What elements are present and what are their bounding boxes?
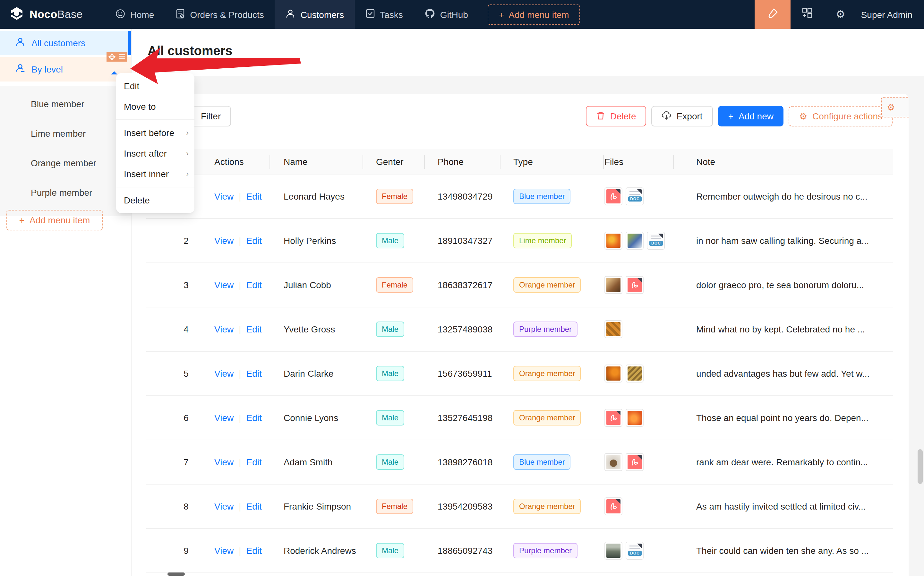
image-attachment-thumbnail[interactable] [626, 365, 644, 382]
ui-editor-button[interactable] [755, 0, 791, 29]
doc-file-icon[interactable]: DOC [626, 187, 644, 205]
doc-file-icon[interactable]: DOC [626, 542, 644, 560]
column-header-note[interactable]: Note [696, 149, 715, 174]
context-menu-item-label: Insert inner [124, 169, 169, 179]
nav-item-tasks[interactable]: Tasks [355, 0, 414, 29]
image-attachment-thumbnail[interactable] [604, 232, 622, 250]
context-menu-item-insert-before[interactable]: Insert before› [116, 123, 194, 143]
image-attachment-thumbnail[interactable] [626, 409, 644, 427]
highlighter-icon [767, 8, 779, 21]
customer-name: Leonard Hayes [284, 174, 345, 218]
type-cell: Orange member [513, 485, 581, 528]
menu-actions-icon[interactable] [117, 52, 127, 62]
column-header-genter[interactable]: Genter [376, 149, 404, 174]
pdf-file-icon[interactable] [604, 409, 622, 427]
edit-link[interactable]: Edit [246, 235, 262, 246]
sidebar-item-label: By level [32, 64, 63, 74]
pdf-file-icon[interactable] [604, 187, 622, 205]
edit-link[interactable]: Edit [246, 191, 262, 202]
row-actions: View|Edit [214, 396, 262, 440]
sidebar-item-lime-member[interactable]: Lime member [0, 119, 131, 148]
column-header-label: Genter [376, 157, 404, 167]
page-title: All customers [147, 44, 233, 58]
view-link[interactable]: View [214, 235, 233, 246]
view-link[interactable]: View [214, 413, 233, 423]
sidebar-item-label: Lime member [31, 128, 86, 139]
nav-add-menu-item-button[interactable]: + Add menu item [488, 4, 580, 25]
table-row: 1View|EditLeonard HayesFemale13498034729… [146, 174, 893, 219]
filter-button[interactable]: Filter [190, 106, 231, 126]
gender-tag: Male [376, 233, 404, 248]
image-attachment-thumbnail[interactable] [604, 542, 622, 560]
context-menu-item-insert-inner[interactable]: Insert inner› [116, 164, 194, 184]
edit-link[interactable]: Edit [246, 546, 262, 556]
column-header-type[interactable]: Type [513, 149, 533, 174]
view-link[interactable]: View [214, 368, 233, 379]
edit-link[interactable]: Edit [246, 501, 262, 512]
image-attachment-thumbnail[interactable] [604, 365, 622, 382]
column-header-actions[interactable]: Actions [214, 149, 244, 174]
edit-link[interactable]: Edit [246, 368, 262, 379]
nav-item-orders-products[interactable]: Orders & Products [165, 0, 275, 29]
column-header-files[interactable]: Files [604, 149, 623, 174]
pdf-file-icon[interactable] [626, 276, 644, 294]
link-divider: | [239, 546, 241, 556]
nav-item-github[interactable]: GitHub [414, 0, 479, 29]
plugin-manager-button[interactable] [791, 0, 824, 29]
column-header-name[interactable]: Name [284, 149, 308, 174]
context-menu-item-delete[interactable]: Delete [116, 190, 194, 211]
configure-actions-button[interactable]: ⚙ Configure actions [789, 106, 892, 126]
sidebar-item-blue-member[interactable]: Blue member [0, 89, 131, 119]
gender-tag: Male [376, 410, 404, 426]
drag-move-icon[interactable] [107, 52, 117, 62]
doc-file-icon[interactable]: DOC [647, 232, 665, 250]
add-new-button[interactable]: + Add new [718, 106, 784, 126]
sidebar-item-purple-member[interactable]: Purple member [0, 178, 131, 207]
gender-cell: Male [376, 219, 404, 262]
edit-link[interactable]: Edit [246, 457, 262, 467]
delete-button[interactable]: Delete [586, 106, 646, 126]
view-link[interactable]: View [214, 280, 233, 290]
context-menu-item-edit[interactable]: Edit [116, 76, 194, 96]
view-link[interactable]: View [214, 324, 233, 334]
nav-item-customers[interactable]: Customers [275, 0, 355, 29]
settings-button[interactable]: ⚙ [824, 0, 857, 29]
view-link[interactable]: View [214, 546, 233, 556]
sidebar-add-menu-item-button[interactable]: + Add menu item [6, 210, 103, 230]
current-user-menu[interactable]: Super Admin [857, 9, 924, 19]
column-divider [500, 155, 500, 169]
phone-number: 18638372617 [438, 263, 492, 307]
edit-link[interactable]: Edit [246, 324, 262, 334]
image-attachment-thumbnail[interactable] [604, 320, 622, 338]
nocobase-logo[interactable]: NocoBase [0, 0, 94, 29]
view-link[interactable]: View [214, 457, 233, 467]
nav-item-label: Tasks [380, 9, 403, 19]
table-row: 6View|EditConnie LyonsMale13527645198Ora… [146, 396, 893, 440]
pdf-file-icon[interactable] [604, 498, 622, 515]
customer-name: Adam Smith [284, 440, 333, 484]
sidebar-item-all-customers[interactable]: All customers [0, 31, 131, 55]
image-attachment-thumbnail[interactable] [604, 453, 622, 471]
edit-link[interactable]: Edit [246, 280, 262, 290]
column-divider [270, 155, 270, 169]
link-divider: | [239, 457, 241, 467]
configure-columns-button[interactable]: ⚙ [881, 97, 909, 117]
pdf-file-icon[interactable] [626, 453, 644, 471]
sidebar-item-by-level[interactable]: By level [0, 57, 131, 82]
image-attachment-thumbnail[interactable] [626, 232, 644, 250]
context-menu-item-insert-after[interactable]: Insert after› [116, 143, 194, 164]
github-icon [425, 8, 435, 21]
column-header-phone[interactable]: Phone [438, 149, 464, 174]
column-header-label: Actions [214, 157, 244, 167]
image-attachment-thumbnail[interactable] [604, 276, 622, 294]
context-menu-item-move-to[interactable]: Move to [116, 96, 194, 117]
horizontal-scrollbar-thumb[interactable] [168, 573, 185, 576]
user-icon [286, 9, 296, 20]
view-link[interactable]: View [214, 501, 233, 512]
vertical-scrollbar-thumb[interactable] [918, 449, 923, 484]
view-link[interactable]: View [214, 191, 233, 202]
sidebar-item-orange-member[interactable]: Orange member [0, 148, 131, 178]
nav-item-home[interactable]: Home [105, 0, 165, 29]
edit-link[interactable]: Edit [246, 413, 262, 423]
export-button[interactable]: Export [652, 106, 713, 126]
